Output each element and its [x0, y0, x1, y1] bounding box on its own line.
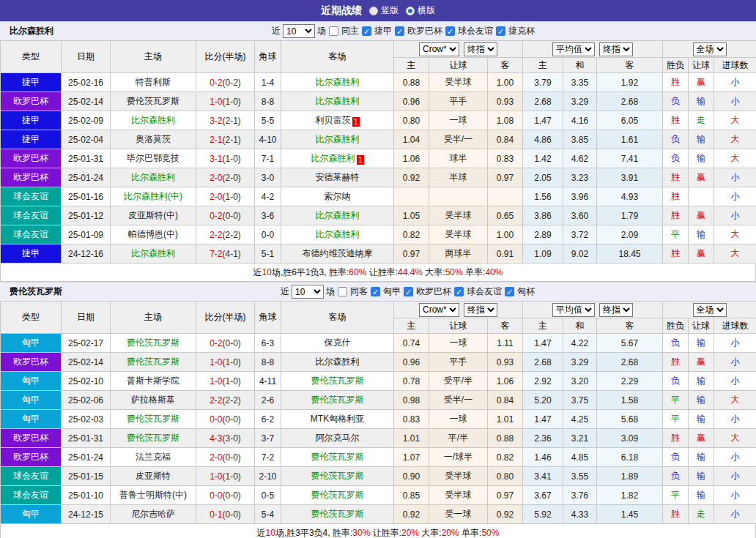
league-filter-checkbox[interactable]	[404, 287, 413, 296]
home-team[interactable]: 比尔森胜利(中)	[124, 191, 182, 201]
league-filter-checkbox[interactable]	[496, 26, 505, 36]
fulltime-score: 2-2	[210, 230, 222, 240]
radio-vertical-layout[interactable]: 竖版	[369, 4, 399, 17]
home-team[interactable]: 毕尔巴鄂竞技	[127, 153, 179, 163]
odds-home: 0.78	[394, 372, 429, 391]
home-team[interactable]: 比尔森胜利	[131, 172, 175, 182]
radio-horizontal-layout[interactable]: 横版	[406, 4, 435, 17]
scope-select[interactable]: 全场	[693, 303, 727, 317]
result-goals: 大	[714, 225, 756, 244]
away-team[interactable]: MTK匈格利亚	[311, 414, 364, 424]
col-header-3: 比分(半场)	[196, 41, 255, 73]
sub-header-odds-home: 主	[394, 58, 429, 73]
league-filter-checkbox[interactable]	[454, 287, 464, 296]
home-team-cell: 费伦茨瓦罗斯	[111, 353, 196, 372]
match-date: 25-02-09	[62, 111, 111, 130]
result-handicap: 走	[689, 111, 714, 130]
away-team[interactable]: 费伦茨瓦罗斯	[311, 395, 364, 405]
away-team[interactable]: 利贝雷茨	[316, 115, 351, 125]
summary-stat-value: 20%	[401, 528, 419, 538]
away-team[interactable]: 比尔森胜利	[316, 210, 360, 220]
home-team[interactable]: 萨拉格斯基	[131, 395, 175, 405]
home-team[interactable]: 费伦茨瓦罗斯	[127, 337, 179, 348]
home-team[interactable]: 比尔森胜利	[131, 115, 175, 125]
halftime-score: (1-0)	[223, 192, 241, 202]
summary-text: 大率:	[423, 267, 445, 277]
summary-text: 近	[253, 267, 262, 277]
away-team[interactable]: 布德约维茨迪纳摩	[303, 248, 373, 258]
odds-source-select[interactable]: Crow*	[419, 303, 459, 317]
away-team[interactable]: 索尔纳	[325, 191, 351, 201]
avg-draw: 3.23	[563, 168, 597, 187]
home-team[interactable]: 费伦茨瓦罗斯	[127, 414, 179, 424]
odds-home: 0.96	[394, 353, 429, 372]
result-handicap: 赢	[689, 168, 714, 187]
corner-score: 2-10	[255, 467, 281, 486]
odds-source-select[interactable]: Crow*	[419, 42, 459, 56]
away-team[interactable]: 比尔森胜利	[316, 134, 360, 144]
away-team[interactable]: 费伦茨瓦罗斯	[311, 509, 364, 519]
radio-unselected-icon[interactable]	[369, 7, 378, 15]
away-team[interactable]: 保克什	[325, 337, 351, 348]
away-team[interactable]: 比尔森胜利	[311, 153, 355, 163]
home-team[interactable]: 尼尔吉哈萨	[131, 509, 175, 519]
away-team[interactable]: 比尔森胜利	[316, 77, 360, 87]
sub-header-result-handicap: 让球	[689, 318, 714, 334]
away-team[interactable]: 比尔森胜利	[316, 229, 360, 239]
home-team[interactable]: 帕德博恩(中)	[128, 229, 178, 239]
same-venue-checkbox[interactable]	[329, 26, 338, 36]
league-filter-checkbox[interactable]	[395, 26, 404, 36]
fulltime-score: 0-2	[210, 338, 222, 348]
home-team[interactable]: 皮亚斯特(中)	[128, 210, 178, 220]
final-odds-select-2[interactable]: 终指	[599, 42, 633, 56]
away-team[interactable]: 费伦茨瓦罗斯	[311, 490, 364, 500]
same-venue-checkbox[interactable]	[338, 287, 347, 296]
average-select[interactable]: 平均值	[552, 303, 595, 317]
home-team[interactable]: 特普利斯	[136, 77, 171, 87]
away-team[interactable]: 安德莱赫特	[316, 172, 360, 182]
average-header-cell: 平均值终指	[523, 41, 663, 58]
home-team[interactable]: 皮亚斯特	[136, 471, 171, 481]
final-odds-select[interactable]: 终指	[464, 303, 497, 317]
col-header-4: 角球	[255, 302, 281, 334]
odds-handicap: 球半	[429, 149, 488, 168]
away-team[interactable]: 阿尔克马尔	[316, 433, 360, 443]
final-odds-select-2[interactable]: 终指	[599, 303, 633, 317]
away-team[interactable]: 比尔森胜利	[316, 96, 360, 106]
league-filter-checkbox[interactable]	[505, 287, 514, 296]
odds-home: 0.82	[394, 225, 429, 244]
scope-select[interactable]: 全场	[693, 42, 727, 56]
home-team[interactable]: 费伦茨瓦罗斯	[127, 96, 179, 106]
league-filter-checkbox[interactable]	[362, 26, 371, 36]
home-team[interactable]: 费伦茨瓦罗斯	[127, 356, 179, 367]
away-team[interactable]: 费伦茨瓦罗斯	[311, 452, 364, 462]
league-filter-checkbox[interactable]	[445, 26, 455, 36]
league-badge: 欧罗巴杯	[1, 429, 62, 448]
away-team[interactable]: 费伦茨瓦罗斯	[311, 376, 364, 386]
avg-home: 3.79	[523, 73, 563, 92]
home-team[interactable]: 比尔森胜利	[131, 248, 175, 258]
away-team[interactable]: 费伦茨瓦罗斯	[311, 471, 364, 481]
avg-draw: 4.62	[563, 149, 597, 168]
average-select[interactable]: 平均值	[552, 42, 595, 56]
avg-home: 2.36	[523, 429, 563, 448]
match-count-select[interactable]: 10	[283, 24, 315, 38]
home-team[interactable]: 法兰克福	[136, 452, 171, 462]
home-team[interactable]: 普斯卡斯学院	[127, 376, 179, 386]
home-team[interactable]: 奥洛莫茨	[136, 134, 171, 144]
league-filter-checkbox[interactable]	[371, 287, 380, 296]
result-handicap: 输	[689, 130, 714, 149]
away-team-cell: 费伦茨瓦罗斯	[281, 448, 394, 467]
away-team[interactable]: 比尔森胜利	[316, 356, 360, 367]
odds-home: 0.74	[394, 334, 429, 353]
result-wdl: 负	[663, 467, 689, 486]
summary-stat-value: 50%	[481, 528, 499, 538]
match-row: 欧罗巴杯25-01-31毕尔巴鄂竞技3-1(1-0)7-1比尔森胜利11.06球…	[1, 149, 756, 168]
match-count-select[interactable]: 10	[292, 285, 324, 299]
radio-selected-icon[interactable]	[406, 7, 415, 15]
match-row: 捷甲25-02-09比尔森胜利3-2(2-1)5-5利贝雷茨10.80一球1.0…	[1, 111, 756, 130]
final-odds-select[interactable]: 终指	[464, 42, 497, 56]
result-goals: 小	[714, 410, 756, 429]
home-team[interactable]: 费伦茨瓦罗斯	[127, 433, 179, 443]
home-team[interactable]: 普鲁士明斯特(中)	[119, 490, 187, 500]
